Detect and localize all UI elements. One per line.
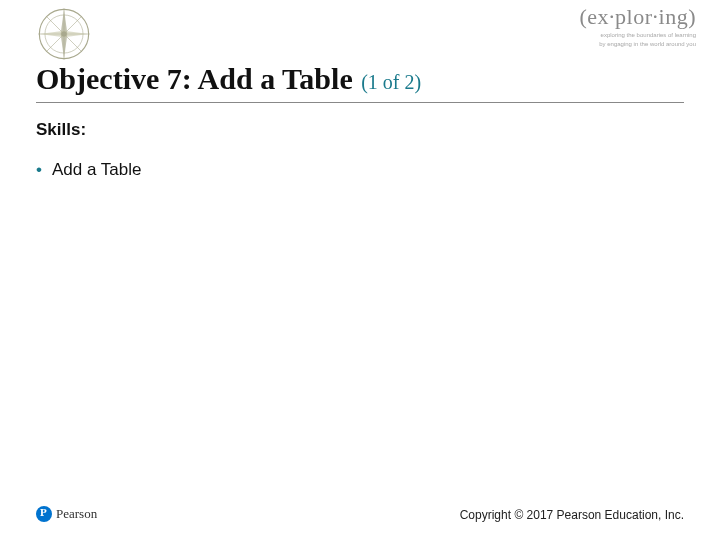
publisher-mark-icon (36, 506, 52, 522)
brand-text: (ex·plor·ing) (580, 4, 696, 30)
list-item: Add a Table (36, 160, 141, 180)
slide-title: Objective 7: Add a Table (36, 62, 353, 95)
footer: Pearson Copyright © 2017 Pearson Educati… (36, 506, 684, 522)
copyright-text: Copyright © 2017 Pearson Education, Inc. (460, 508, 684, 522)
skills-list: Add a Table (36, 160, 141, 180)
slide-title-block: Objective 7: Add a Table (1 of 2) (36, 62, 684, 96)
brand-tagline-1: exploring the boundaries of learning (580, 32, 696, 39)
publisher-name: Pearson (56, 506, 97, 522)
publisher-logo: Pearson (36, 506, 97, 522)
series-brand: (ex·plor·ing) exploring the boundaries o… (580, 4, 696, 48)
svg-point-8 (61, 31, 67, 37)
slide: (ex·plor·ing) exploring the boundaries o… (0, 0, 720, 540)
title-divider (36, 102, 684, 103)
skills-heading: Skills: (36, 120, 86, 140)
brand-tagline-2: by engaging in the world around you (580, 41, 696, 48)
compass-icon (36, 6, 92, 62)
slide-title-counter: (1 of 2) (361, 71, 421, 93)
